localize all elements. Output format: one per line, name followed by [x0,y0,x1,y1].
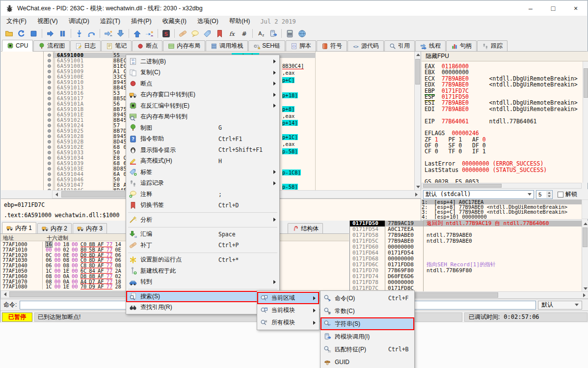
spin-up-icon[interactable] [548,192,551,194]
registers-vertical-scrollbar[interactable] [583,61,588,183]
stack-pane[interactable]: 0171FD5077B9AC19返回到 ntdll.77B9AC19 自 ntd… [349,221,582,291]
labels-button[interactable] [201,28,214,39]
registers-pane[interactable]: 隐藏FPU EAX 01186000EBX 00000000ECX 77B9AB… [422,52,588,183]
menu-item-show-mnemonic-brief[interactable]: 显示指令提示Ctrl+Shift+F1 [126,144,279,156]
strings-button[interactable] [255,28,267,39]
settings-globe-button[interactable] [296,28,308,39]
calculator-button[interactable] [284,28,296,39]
submenu-item-intermodular-calls[interactable]: 跨模块调用(I) [321,330,414,343]
submenu-item-current-module[interactable]: 当前模块 [257,304,319,316]
execute-till-return-button[interactable] [131,28,143,39]
hide-fpu-button[interactable]: 隐藏FPU [422,52,588,61]
tab-trace[interactable]: 跟踪 [477,40,508,51]
tab-struct[interactable]: 结构体 [288,223,323,233]
minimize-button[interactable]: – [519,1,542,16]
spin-down-icon[interactable] [548,195,551,197]
scroll-right-icon[interactable] [583,293,586,297]
menu-item-trace-record[interactable]: 追踪记录 [126,178,279,189]
submenu-item-constant[interactable]: 常数(C) [321,305,414,317]
breakpoint-dot-icon[interactable] [48,145,51,149]
tab-call-stack[interactable]: 调用堆栈 [206,40,248,51]
menu-item-binary[interactable]: 二进制(B) [126,56,279,67]
argument-count-stepper[interactable]: 5 [536,190,553,199]
stack-row[interactable]: 0171FD7800000000 [350,280,582,285]
menu-item-breakpoint[interactable]: 断点 [126,78,279,89]
pause-button[interactable] [56,28,69,39]
scroll-thumb[interactable] [423,184,502,188]
breakpoint-dot-icon[interactable] [48,178,51,181]
run-until-expression-button[interactable] [143,28,156,39]
tab-script[interactable]: 脚本 [286,40,316,51]
breakpoint-dot-icon[interactable] [48,129,51,133]
scroll-left-icon[interactable] [4,292,6,296]
close-button[interactable]: × [564,1,587,16]
breakpoint-dot-icon[interactable] [48,59,51,62]
stack-row[interactable]: 0171FD640171FD54 [350,250,582,256]
restart-button[interactable] [15,28,27,39]
breakpoint-dot-icon[interactable] [48,108,51,111]
breakpoint-dot-icon[interactable] [48,97,51,100]
breakpoint-dot-icon[interactable] [48,70,51,73]
breakpoint-dot-icon[interactable] [48,172,51,176]
menubar-menu-file[interactable]: 文件(F) [1,16,32,27]
scroll-thumb[interactable] [583,227,588,247]
breakpoint-dot-icon[interactable] [48,151,51,154]
tab-dump-1[interactable]: 内存 1 [2,222,36,233]
menubar-menu-view[interactable]: 视图(V) [32,16,63,27]
tab-dump-2[interactable]: 内存 2 [37,223,72,233]
menu-item-follow-in-memory-map[interactable]: 在内存布局中转到 [126,112,279,123]
menu-item-analysis[interactable]: 分析 [126,214,279,226]
menu-item-copy[interactable]: 复制(C) [126,67,279,79]
breakpoint-dot-icon[interactable] [48,75,51,79]
submenu-item-all-modules[interactable]: 所有模块 [257,316,319,329]
submenu-item-guid[interactable]: GUID [321,356,414,368]
scroll-thumb[interactable] [415,59,420,85]
scroll-right-icon[interactable] [415,193,418,197]
stack-row[interactable]: 0171FD6000000000 [350,244,582,250]
scroll-down-icon[interactable] [416,186,420,188]
submenu-item-pattern[interactable]: 匹配特征(P)Ctrl+B [321,343,414,356]
menubar-menu-plugins[interactable]: 插件(P) [126,16,157,27]
scroll-down-icon[interactable] [584,287,588,290]
menubar-menu-help[interactable]: 帮助(H) [224,16,255,27]
tab-cpu[interactable]: CPU [2,40,33,52]
breakpoint-dot-icon[interactable] [48,167,51,170]
submenu-item-command[interactable]: 命令(O)Ctrl+F [321,292,414,305]
tab-notes[interactable]: 笔记 [101,40,132,51]
tab-source[interactable]: 源代码 [347,40,384,51]
patch-button[interactable] [177,28,189,39]
menu-item-highlight-mode[interactable]: 高亮模式(H)H [126,156,279,167]
breakpoint-dot-icon[interactable] [48,113,51,116]
tab-log[interactable]: 日志 [70,40,101,51]
bookmarks-button[interactable] [214,28,226,39]
submenu-item-current-region[interactable]: 当前区域 [257,292,319,304]
breakpoint-dot-icon[interactable] [48,124,51,127]
tab-threads[interactable]: 线程 [415,40,446,51]
scroll-left-icon[interactable] [55,193,58,197]
run-button[interactable] [44,28,56,39]
scroll-thumb[interactable] [584,68,588,98]
menu-item-new-thread-here[interactable]: 新建线程于此 [126,265,279,277]
tab-seh[interactable]: SEH链 [248,40,285,51]
tab-memory-map[interactable]: 内存布局 [163,40,205,51]
menubar-menu-favourites[interactable]: 收藏夹(I) [157,16,192,27]
intermodular-calls-button[interactable] [267,28,279,39]
tab-breakpoints[interactable]: 断点 [132,40,162,51]
menu-item-graph[interactable]: 制图G [126,122,279,134]
menu-item-instruction-help[interactable]: 指令帮助Ctrl+F1 [126,134,279,145]
menubar-menu-debug[interactable]: 调试(D) [63,16,95,27]
step-into-button[interactable] [73,28,85,39]
menu-item-follow-in-dump[interactable]: 在内存窗口中转到(E) [126,89,279,101]
command-profile-select[interactable]: 默认 [538,301,582,310]
menubar-menu-options[interactable]: 选项(O) [192,16,224,27]
breakpoint-dot-icon[interactable] [48,81,51,84]
disassembly-vertical-scrollbar[interactable] [414,52,421,190]
open-file-button[interactable] [3,28,15,39]
menu-item-follow-in-disasm[interactable]: 在反汇编中转到(E) [126,100,279,112]
registers-horizontal-scrollbar[interactable] [422,183,582,189]
menu-item-assemble[interactable]: 汇编Space [126,229,279,240]
constants-button[interactable] [238,28,250,39]
breakpoint-dot-icon[interactable] [48,91,51,95]
stack-row[interactable]: 0171FD5077B9AC19返回到 ntdll.77B9AC19 自 ntd… [350,221,582,226]
function-analysis-button[interactable] [226,28,238,39]
